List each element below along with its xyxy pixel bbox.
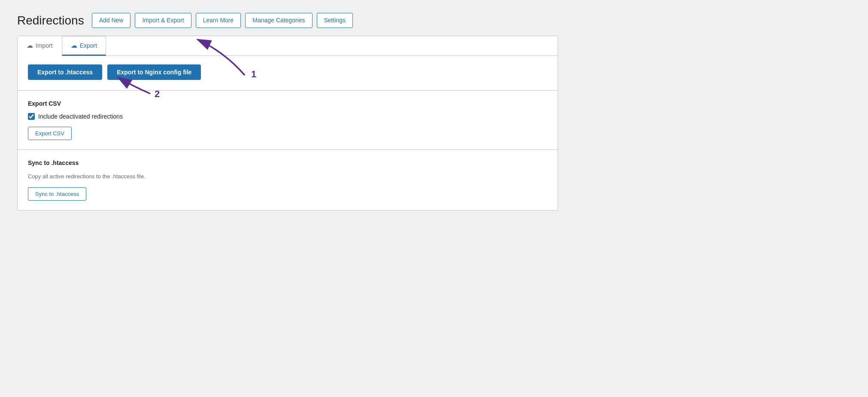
export-cloud-icon: ☁ (71, 42, 77, 49)
page-title: Redirections (17, 14, 84, 27)
settings-button[interactable]: Settings (317, 13, 353, 28)
export-tab[interactable]: ☁ Export (62, 36, 106, 56)
export-server-section: Export to .htaccess Export to Nginx conf… (18, 56, 558, 90)
sync-htaccess-section: Sync to .htaccess Copy all active redire… (18, 150, 558, 210)
tabs-row: ☁ Import ☁ Export (18, 36, 558, 56)
page-header: Redirections Add New Import & Export Lea… (17, 13, 851, 28)
include-deactivated-row: Include deactivated redirections (28, 113, 547, 120)
include-deactivated-label[interactable]: Include deactivated redirections (38, 113, 123, 120)
import-tab[interactable]: ☁ Import (18, 36, 62, 56)
manage-categories-button[interactable]: Manage Categories (245, 13, 312, 28)
export-buttons-row: Export to .htaccess Export to Nginx conf… (28, 64, 547, 80)
sync-section-title: Sync to .htaccess (28, 159, 547, 166)
sync-section-description: Copy all active redirections to the .hta… (28, 172, 547, 181)
learn-more-button[interactable]: Learn More (196, 13, 241, 28)
import-tab-label: Import (36, 42, 53, 49)
export-csv-section: Export CSV Include deactivated redirecti… (18, 90, 558, 150)
export-htaccess-button[interactable]: Export to .htaccess (28, 64, 102, 80)
add-new-button[interactable]: Add New (92, 13, 131, 28)
csv-section-title: Export CSV (28, 100, 547, 107)
import-export-button[interactable]: Import & Export (135, 13, 191, 28)
sync-htaccess-button[interactable]: Sync to .htaccess (28, 187, 86, 201)
main-card: ☁ Import ☁ Export Export to .htaccess Ex… (17, 36, 558, 211)
include-deactivated-checkbox[interactable] (28, 113, 35, 120)
export-tab-label: Export (80, 42, 97, 49)
export-nginx-button[interactable]: Export to Nginx config file (107, 64, 201, 80)
import-cloud-icon: ☁ (27, 42, 33, 49)
export-csv-button[interactable]: Export CSV (28, 127, 72, 140)
